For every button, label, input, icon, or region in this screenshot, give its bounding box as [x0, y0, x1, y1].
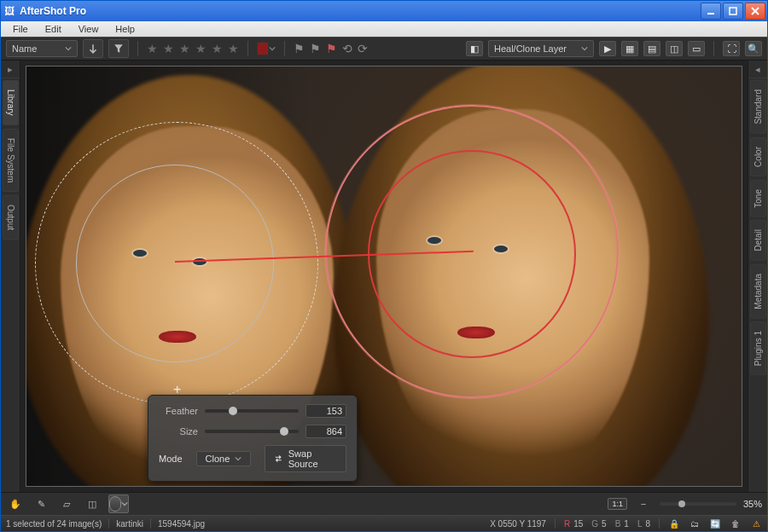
expand-left-button[interactable]: ▸ [1, 61, 20, 78]
layer-toggle-button[interactable]: ◧ [466, 41, 483, 56]
chevron-down-icon [65, 45, 72, 52]
lock-icon[interactable]: 🔒 [668, 518, 680, 529]
region-tool-button[interactable] [108, 494, 129, 513]
trash-icon[interactable]: 🗑 [730, 518, 742, 529]
separator [247, 41, 248, 56]
view-filmstrip-button[interactable]: ▤ [643, 41, 660, 56]
right-side-tabs: ◂ Standard Color Tone Detail Metadata Pl… [748, 61, 767, 492]
side-tab-library[interactable]: Library [3, 80, 19, 125]
flag-pick-button[interactable]: ⚑ [294, 42, 305, 55]
minimize-button[interactable] [701, 3, 721, 20]
status-selection: 1 selected of 24 image(s) [6, 519, 102, 529]
loupe-button[interactable]: 🔍 [745, 41, 762, 56]
color-chip-red [257, 42, 269, 55]
sync-icon[interactable]: 🔄 [709, 518, 721, 529]
view-compare-button[interactable]: ◫ [666, 41, 683, 56]
status-folder: kartinki [116, 519, 143, 529]
side-tab-detail[interactable]: Detail [750, 220, 766, 261]
window-buttons [701, 3, 767, 20]
star-rating-3[interactable]: ★ [179, 42, 190, 55]
status-g: 5 [602, 519, 607, 529]
view-grid-button[interactable]: ▦ [621, 41, 638, 56]
whitebalance-tool-button[interactable]: ✎ [32, 495, 50, 512]
sort-select[interactable]: Name [6, 40, 78, 57]
status-filename: 1594594.jpg [158, 519, 205, 529]
side-tab-tone[interactable]: Tone [750, 180, 766, 217]
star-rating-6[interactable]: ★ [228, 42, 239, 55]
size-label: Size [159, 426, 198, 437]
mode-select[interactable]: Clone [196, 451, 252, 466]
star-rating-5[interactable]: ★ [212, 42, 223, 55]
layer-select[interactable]: Heal/Clone Layer [488, 40, 594, 57]
straighten-tool-button[interactable]: ◫ [83, 495, 102, 512]
heal-clone-panel[interactable]: Feather 153 Size 864 Mode [148, 395, 358, 482]
top-toolbar: Name ★ ★ ★ ★ ★ ★ ⚑ ⚑ ⚑ ⟲ ⟳ ◧ Heal/Clone … [1, 37, 767, 61]
star-rating-2[interactable]: ★ [163, 42, 174, 55]
pan-tool-button[interactable]: ✋ [6, 495, 25, 512]
menu-view[interactable]: View [70, 22, 108, 36]
view-single-button[interactable]: ▭ [688, 41, 705, 56]
filter-button[interactable] [108, 39, 129, 58]
bottom-toolbar: ✋ ✎ ▱ ◫ 1:1 − 35% [1, 492, 767, 515]
side-tab-metadata[interactable]: Metadata [750, 264, 766, 319]
mode-label: Mode [159, 454, 183, 464]
feather-label: Feather [159, 406, 198, 416]
side-tab-output[interactable]: Output [3, 195, 19, 240]
status-r: 15 [573, 519, 583, 529]
title-bar: 🖼 AfterShot Pro [1, 1, 767, 21]
swap-source-label: Swap Source [288, 448, 337, 469]
close-button[interactable] [745, 3, 765, 20]
feather-slider[interactable] [205, 409, 299, 413]
mode-select-value: Clone [206, 454, 230, 464]
separator [137, 41, 138, 56]
svg-rect-1 [730, 8, 736, 14]
feather-value[interactable]: 153 [305, 404, 346, 418]
status-coords: X 0550 Y 1197 [490, 519, 546, 529]
app-icon: 🖼 [1, 5, 18, 17]
side-tab-plugins1[interactable]: Plugins 1 [750, 321, 766, 375]
app-title: AfterShot Pro [18, 5, 701, 17]
layer-select-label: Heal/Clone Layer [494, 43, 567, 54]
zoom-out-button[interactable]: − [634, 495, 653, 512]
crop-tool-button[interactable]: ▱ [57, 495, 76, 512]
left-side-tabs: ▸ Library File System Output [1, 61, 20, 492]
maximize-button[interactable] [723, 3, 743, 20]
star-rating-4[interactable]: ★ [195, 42, 207, 55]
chevron-down-icon [581, 45, 588, 52]
sort-select-label: Name [12, 43, 37, 54]
chevron-down-icon [235, 455, 241, 462]
image-canvas[interactable]: + Feather 153 Size [26, 66, 742, 487]
menu-bar: File Edit View Help [1, 21, 767, 37]
separator [713, 41, 714, 56]
zoom-slider[interactable] [660, 502, 736, 506]
slideshow-button[interactable]: ▶ [599, 41, 616, 56]
chevron-down-icon [269, 45, 276, 52]
color-label-select[interactable] [257, 40, 276, 57]
menu-edit[interactable]: Edit [37, 22, 70, 36]
status-bar: 1 selected of 24 image(s) kartinki 15945… [1, 515, 767, 531]
expand-right-button[interactable]: ◂ [748, 61, 767, 78]
menu-help[interactable]: Help [107, 22, 143, 36]
side-tab-standard[interactable]: Standard [750, 80, 766, 134]
menu-file[interactable]: File [4, 22, 37, 36]
warning-icon[interactable]: ⚠ [750, 518, 762, 529]
flag-selected-button[interactable]: ⚑ [326, 42, 337, 55]
canvas-wrap: + Feather 153 Size [20, 61, 748, 492]
status-b: 1 [624, 519, 629, 529]
chevron-down-icon [121, 500, 128, 507]
zoom-fit-button[interactable]: 1:1 [608, 498, 627, 510]
star-rating-1[interactable]: ★ [147, 42, 158, 55]
sort-direction-button[interactable] [83, 39, 103, 58]
status-l: 8 [645, 519, 650, 529]
fullscreen-button[interactable]: ⛶ [723, 41, 740, 56]
rotate-left-button[interactable]: ⟲ [342, 42, 352, 55]
flag-reject-button[interactable]: ⚑ [310, 42, 321, 55]
side-tab-filesystem[interactable]: File System [3, 129, 19, 192]
layers-icon[interactable]: 🗂 [689, 518, 701, 529]
rotate-right-button[interactable]: ⟳ [358, 42, 368, 55]
size-slider[interactable] [205, 430, 299, 433]
zoom-percent: 35% [743, 499, 762, 509]
side-tab-color[interactable]: Color [750, 137, 766, 176]
swap-source-button[interactable]: Swap Source [265, 445, 346, 472]
size-value[interactable]: 864 [305, 425, 346, 438]
